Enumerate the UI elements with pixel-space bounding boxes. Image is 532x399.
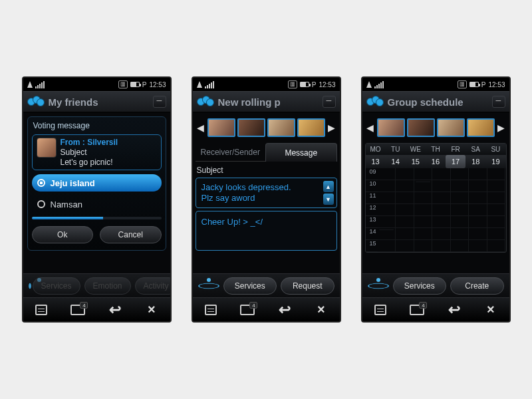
scroll-left-button[interactable]: ◀ (366, 122, 374, 133)
calendar-cell[interactable] (451, 168, 469, 180)
calendar-cell[interactable] (487, 180, 506, 192)
services-button[interactable]: Services (223, 277, 277, 295)
calendar-cell[interactable] (378, 192, 396, 204)
recipient-thumb[interactable] (207, 118, 235, 137)
calendar-cell[interactable] (451, 180, 469, 192)
member-thumb[interactable] (377, 118, 405, 137)
calendar-event[interactable] (416, 182, 431, 182)
scroll-right-button[interactable]: ▶ (497, 122, 505, 133)
ok-button[interactable]: Ok (32, 226, 94, 243)
calendar-cell[interactable] (432, 192, 451, 204)
services-button[interactable]: Services (33, 277, 80, 295)
calendar-cell[interactable] (469, 204, 487, 216)
menu-button[interactable] (198, 301, 224, 319)
date-cell[interactable]: 14 (386, 155, 406, 168)
calendar-cell[interactable] (469, 240, 487, 252)
date-cell[interactable]: 18 (466, 155, 485, 168)
date-cell[interactable]: 19 (485, 155, 505, 168)
back-button[interactable]: ↩ (102, 301, 128, 319)
close-button[interactable]: × (308, 301, 334, 319)
calendar-cell[interactable] (414, 180, 433, 192)
calendar-cell[interactable] (487, 216, 506, 228)
windows-button[interactable]: 4 (65, 301, 91, 319)
close-button[interactable]: × (477, 301, 504, 319)
calendar-cell[interactable] (469, 228, 487, 240)
calendar-cell[interactable] (396, 240, 414, 252)
services-orbit-icon[interactable] (368, 279, 389, 293)
step-down-icon[interactable]: ▼ (323, 194, 334, 205)
cancel-button[interactable]: Cancel (100, 226, 162, 243)
calendar-cell[interactable] (432, 168, 451, 180)
scroll-left-button[interactable]: ◀ (197, 122, 205, 133)
calendar-cell[interactable] (432, 216, 451, 228)
calendar-cell[interactable] (378, 228, 396, 240)
calendar-cell[interactable] (487, 168, 506, 180)
calendar-grid[interactable] (378, 168, 506, 252)
calendar-cell[interactable] (414, 192, 433, 204)
calendar-cell[interactable] (396, 228, 414, 240)
menu-button[interactable] (367, 301, 394, 319)
subject-stepper[interactable]: ▲ ▼ (323, 181, 334, 205)
recipient-thumb[interactable] (297, 118, 325, 137)
windows-button[interactable]: 4 (234, 301, 261, 319)
scroll-right-button[interactable]: ▶ (328, 122, 336, 133)
calendar-cell[interactable] (451, 216, 469, 228)
vote-option-jeju[interactable]: Jeju island (32, 174, 162, 192)
create-button[interactable]: Create (450, 277, 504, 295)
voting-message-card[interactable]: From : Silversil Subject Let's go picnic… (32, 134, 162, 170)
calendar-cell[interactable] (469, 216, 487, 228)
member-thumb[interactable] (437, 118, 465, 137)
message-input[interactable]: Cheer Up! > _</ (196, 211, 337, 251)
close-button[interactable]: × (138, 301, 165, 319)
member-thumb[interactable] (467, 118, 495, 137)
minimize-button[interactable]: – (323, 96, 336, 108)
date-cell-selected[interactable]: 17 (446, 155, 466, 168)
calendar-cell[interactable] (451, 240, 469, 252)
calendar-cell[interactable] (487, 240, 506, 252)
recipient-thumb[interactable] (267, 118, 295, 137)
back-button[interactable]: ↩ (271, 301, 298, 319)
calendar-cell[interactable] (487, 192, 506, 204)
calendar-cell[interactable] (414, 216, 433, 228)
calendar-cell[interactable] (396, 204, 414, 216)
calendar-cell[interactable] (414, 228, 433, 240)
tab-receiver-sender[interactable]: Receiver/Sender (196, 143, 266, 162)
services-orbit-icon[interactable] (198, 279, 219, 293)
calendar-cell[interactable] (414, 168, 433, 180)
calendar-cell[interactable] (451, 192, 469, 204)
calendar-cell[interactable] (487, 204, 506, 216)
calendar-cell[interactable] (451, 228, 469, 240)
date-cell[interactable]: 15 (406, 155, 426, 168)
activity-button[interactable]: Activity (135, 277, 172, 295)
vote-option-namsan[interactable]: Namsan (32, 196, 162, 213)
recipient-thumb[interactable] (237, 118, 265, 137)
calendar-cell[interactable] (378, 180, 396, 192)
menu-button[interactable] (28, 301, 55, 319)
calendar-cell[interactable] (378, 240, 396, 252)
calendar-cell[interactable] (432, 204, 451, 216)
minimize-button[interactable]: – (492, 96, 505, 108)
calendar-cell[interactable] (378, 204, 396, 216)
back-button[interactable]: ↩ (441, 301, 467, 319)
request-button[interactable]: Request (281, 277, 334, 295)
calendar-cell[interactable] (469, 168, 487, 180)
calendar-cell[interactable] (432, 240, 451, 252)
calendar-cell[interactable] (414, 204, 433, 216)
windows-button[interactable]: 4 (404, 301, 430, 319)
calendar-cell[interactable] (432, 180, 451, 192)
minimize-button[interactable]: – (153, 96, 166, 108)
calendar-cell[interactable] (378, 216, 396, 228)
date-cell[interactable]: 13 (366, 155, 386, 168)
services-button[interactable]: Services (393, 277, 447, 295)
tab-message[interactable]: Message (265, 143, 337, 162)
emotion-button[interactable]: Emotion (84, 277, 131, 295)
calendar-cell[interactable] (432, 228, 451, 240)
calendar-cell[interactable] (378, 168, 396, 180)
step-up-icon[interactable]: ▲ (323, 181, 334, 192)
calendar-cell[interactable] (396, 192, 414, 204)
calendar-cell[interactable] (396, 168, 414, 180)
calendar-cell[interactable] (487, 228, 506, 240)
subject-input[interactable]: Jacky looks depressed. Plz say aword ▲ ▼ (196, 178, 337, 208)
calendar-cell[interactable] (451, 204, 469, 216)
calendar-cell[interactable] (469, 180, 487, 192)
